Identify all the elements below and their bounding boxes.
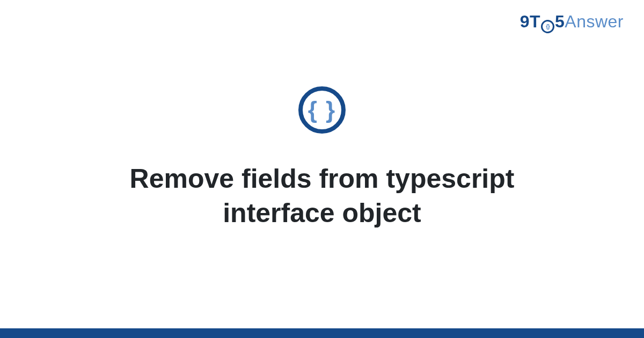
category-braces-icon: { } — [298, 86, 346, 134]
main-content: { } Remove fields from typescript interf… — [0, 0, 644, 338]
braces-glyph: { } — [308, 98, 336, 122]
page-title: Remove fields from typescript interface … — [80, 161, 564, 230]
footer-accent-bar — [0, 328, 644, 338]
